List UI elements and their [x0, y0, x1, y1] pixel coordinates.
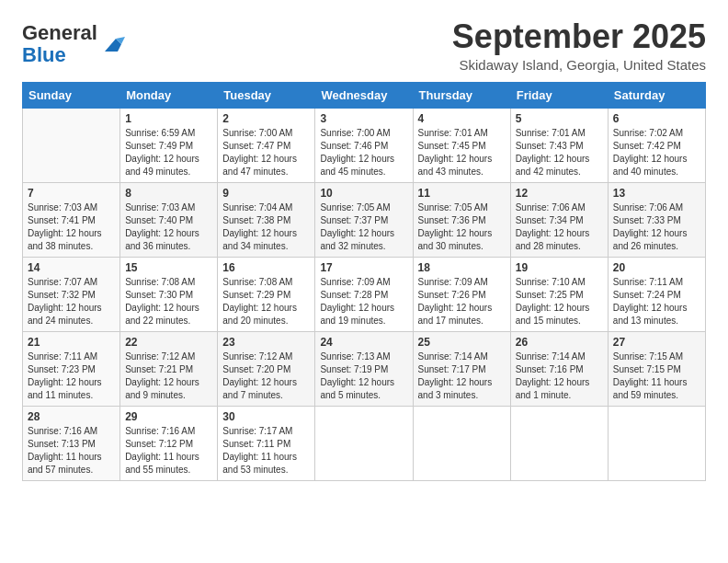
day-number: 28: [28, 410, 115, 423]
day-info: Sunrise: 7:05 AM Sunset: 7:36 PM Dayligh…: [418, 201, 506, 253]
calendar-cell: 13Sunrise: 7:06 AM Sunset: 7:33 PM Dayli…: [608, 182, 705, 257]
day-number: 6: [613, 112, 700, 125]
calendar-body: 1Sunrise: 6:59 AM Sunset: 7:49 PM Daylig…: [23, 108, 706, 480]
calendar-cell: 14Sunrise: 7:07 AM Sunset: 7:32 PM Dayli…: [23, 257, 120, 331]
day-number: 8: [125, 187, 212, 200]
day-number: 3: [320, 112, 407, 125]
day-info: Sunrise: 7:08 AM Sunset: 7:29 PM Dayligh…: [222, 276, 310, 327]
day-info: Sunrise: 7:16 AM Sunset: 7:13 PM Dayligh…: [28, 425, 115, 477]
calendar-cell: 25Sunrise: 7:14 AM Sunset: 7:17 PM Dayli…: [413, 331, 510, 406]
calendar-cell: 10Sunrise: 7:05 AM Sunset: 7:37 PM Dayli…: [315, 182, 413, 257]
calendar-cell: 22Sunrise: 7:12 AM Sunset: 7:21 PM Dayli…: [120, 331, 218, 406]
calendar-header: SundayMondayTuesdayWednesdayThursdayFrid…: [23, 82, 706, 108]
calendar-cell: 18Sunrise: 7:09 AM Sunset: 7:26 PM Dayli…: [413, 257, 510, 331]
weekday-wednesday: Wednesday: [315, 82, 413, 108]
calendar-cell: 27Sunrise: 7:15 AM Sunset: 7:15 PM Dayli…: [608, 331, 705, 406]
day-number: 22: [125, 336, 212, 349]
day-number: 10: [320, 187, 407, 200]
day-number: 26: [516, 336, 603, 349]
day-info: Sunrise: 7:13 AM Sunset: 7:19 PM Dayligh…: [320, 350, 407, 402]
day-info: Sunrise: 7:02 AM Sunset: 7:42 PM Dayligh…: [613, 127, 700, 178]
day-info: Sunrise: 7:03 AM Sunset: 7:41 PM Dayligh…: [28, 201, 115, 253]
day-info: Sunrise: 7:06 AM Sunset: 7:34 PM Dayligh…: [516, 201, 603, 253]
day-info: Sunrise: 7:15 AM Sunset: 7:15 PM Dayligh…: [613, 350, 700, 402]
day-number: 12: [516, 187, 603, 200]
day-number: 9: [222, 187, 310, 200]
day-number: 5: [516, 112, 603, 125]
title-block: September 2025 Skidaway Island, Georgia,…: [452, 18, 706, 73]
day-number: 20: [613, 261, 700, 274]
calendar-week-4: 21Sunrise: 7:11 AM Sunset: 7:23 PM Dayli…: [23, 331, 706, 406]
day-info: Sunrise: 7:14 AM Sunset: 7:16 PM Dayligh…: [516, 350, 603, 402]
day-number: 14: [28, 261, 115, 274]
calendar-week-1: 1Sunrise: 6:59 AM Sunset: 7:49 PM Daylig…: [23, 108, 706, 182]
day-info: Sunrise: 7:07 AM Sunset: 7:32 PM Dayligh…: [28, 276, 115, 327]
calendar-cell: 12Sunrise: 7:06 AM Sunset: 7:34 PM Dayli…: [510, 182, 608, 257]
calendar-cell: 1Sunrise: 6:59 AM Sunset: 7:49 PM Daylig…: [120, 108, 218, 182]
calendar-cell: 28Sunrise: 7:16 AM Sunset: 7:13 PM Dayli…: [23, 406, 120, 480]
day-info: Sunrise: 7:10 AM Sunset: 7:25 PM Dayligh…: [516, 276, 603, 327]
weekday-monday: Monday: [120, 82, 218, 108]
day-number: 17: [320, 261, 407, 274]
day-number: 7: [28, 187, 115, 200]
weekday-friday: Friday: [510, 82, 608, 108]
calendar-cell: 11Sunrise: 7:05 AM Sunset: 7:36 PM Dayli…: [413, 182, 510, 257]
weekday-sunday: Sunday: [23, 82, 120, 108]
day-number: 19: [516, 261, 603, 274]
calendar-cell: 3Sunrise: 7:00 AM Sunset: 7:46 PM Daylig…: [315, 108, 413, 182]
calendar-cell: [608, 406, 705, 480]
weekday-thursday: Thursday: [413, 82, 510, 108]
calendar-cell: 29Sunrise: 7:16 AM Sunset: 7:12 PM Dayli…: [120, 406, 218, 480]
calendar-cell: 24Sunrise: 7:13 AM Sunset: 7:19 PM Dayli…: [315, 331, 413, 406]
day-info: Sunrise: 7:12 AM Sunset: 7:20 PM Dayligh…: [222, 350, 310, 402]
calendar-cell: 8Sunrise: 7:03 AM Sunset: 7:40 PM Daylig…: [120, 182, 218, 257]
day-info: Sunrise: 6:59 AM Sunset: 7:49 PM Dayligh…: [125, 127, 212, 178]
logo: General Blue: [22, 22, 125, 66]
calendar-cell: 4Sunrise: 7:01 AM Sunset: 7:45 PM Daylig…: [413, 108, 510, 182]
calendar-cell: 26Sunrise: 7:14 AM Sunset: 7:16 PM Dayli…: [510, 331, 608, 406]
day-info: Sunrise: 7:00 AM Sunset: 7:46 PM Dayligh…: [320, 127, 407, 178]
logo-text: General Blue: [22, 22, 97, 66]
day-number: 27: [613, 336, 700, 349]
calendar-cell: 17Sunrise: 7:09 AM Sunset: 7:28 PM Dayli…: [315, 257, 413, 331]
calendar-cell: 15Sunrise: 7:08 AM Sunset: 7:30 PM Dayli…: [120, 257, 218, 331]
calendar-week-3: 14Sunrise: 7:07 AM Sunset: 7:32 PM Dayli…: [23, 257, 706, 331]
calendar-cell: [23, 108, 120, 182]
day-info: Sunrise: 7:08 AM Sunset: 7:30 PM Dayligh…: [125, 276, 212, 327]
calendar-cell: 23Sunrise: 7:12 AM Sunset: 7:20 PM Dayli…: [218, 331, 315, 406]
day-info: Sunrise: 7:09 AM Sunset: 7:28 PM Dayligh…: [320, 276, 407, 327]
day-number: 30: [222, 410, 310, 423]
page-header: General Blue September 2025 Skidaway Isl…: [22, 18, 706, 73]
calendar-cell: 5Sunrise: 7:01 AM Sunset: 7:43 PM Daylig…: [510, 108, 608, 182]
calendar-cell: 6Sunrise: 7:02 AM Sunset: 7:42 PM Daylig…: [608, 108, 705, 182]
calendar-cell: 9Sunrise: 7:04 AM Sunset: 7:38 PM Daylig…: [218, 182, 315, 257]
day-number: 15: [125, 261, 212, 274]
day-number: 18: [418, 261, 506, 274]
calendar-table: SundayMondayTuesdayWednesdayThursdayFrid…: [22, 82, 706, 481]
day-info: Sunrise: 7:09 AM Sunset: 7:26 PM Dayligh…: [418, 276, 506, 327]
calendar-cell: 30Sunrise: 7:17 AM Sunset: 7:11 PM Dayli…: [218, 406, 315, 480]
day-info: Sunrise: 7:01 AM Sunset: 7:43 PM Dayligh…: [516, 127, 603, 178]
day-info: Sunrise: 7:11 AM Sunset: 7:23 PM Dayligh…: [28, 350, 115, 402]
weekday-header-row: SundayMondayTuesdayWednesdayThursdayFrid…: [23, 82, 706, 108]
calendar-cell: [510, 406, 608, 480]
calendar-cell: [315, 406, 413, 480]
month-title: September 2025: [452, 18, 706, 55]
calendar-cell: 7Sunrise: 7:03 AM Sunset: 7:41 PM Daylig…: [23, 182, 120, 257]
calendar-cell: 21Sunrise: 7:11 AM Sunset: 7:23 PM Dayli…: [23, 331, 120, 406]
logo-icon: [99, 31, 125, 57]
calendar-cell: 2Sunrise: 7:00 AM Sunset: 7:47 PM Daylig…: [218, 108, 315, 182]
day-info: Sunrise: 7:17 AM Sunset: 7:11 PM Dayligh…: [222, 425, 310, 477]
day-info: Sunrise: 7:01 AM Sunset: 7:45 PM Dayligh…: [418, 127, 506, 178]
day-info: Sunrise: 7:12 AM Sunset: 7:21 PM Dayligh…: [125, 350, 212, 402]
day-number: 13: [613, 187, 700, 200]
day-info: Sunrise: 7:04 AM Sunset: 7:38 PM Dayligh…: [222, 201, 310, 253]
day-number: 23: [222, 336, 310, 349]
day-number: 4: [418, 112, 506, 125]
weekday-tuesday: Tuesday: [218, 82, 315, 108]
calendar-cell: 16Sunrise: 7:08 AM Sunset: 7:29 PM Dayli…: [218, 257, 315, 331]
day-info: Sunrise: 7:16 AM Sunset: 7:12 PM Dayligh…: [125, 425, 212, 477]
day-number: 11: [418, 187, 506, 200]
weekday-saturday: Saturday: [608, 82, 705, 108]
calendar-cell: 20Sunrise: 7:11 AM Sunset: 7:24 PM Dayli…: [608, 257, 705, 331]
